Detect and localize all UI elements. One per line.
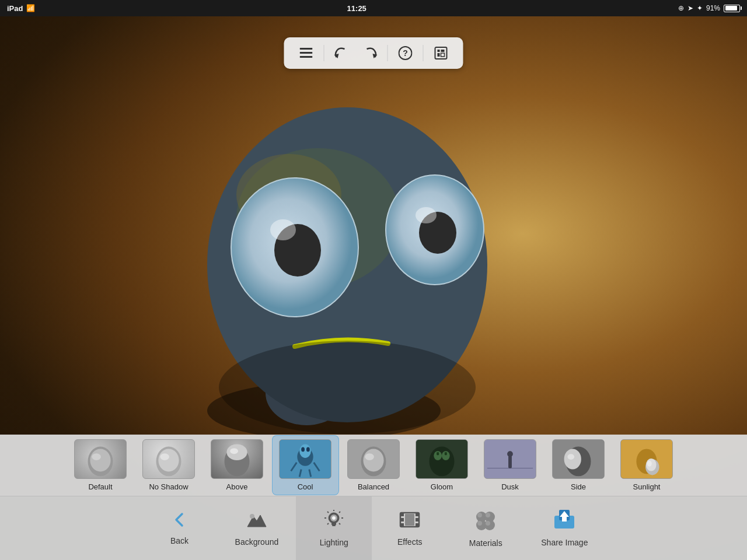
svg-point-38 — [301, 447, 305, 452]
time-display: 11:25 — [347, 4, 366, 13]
lighting-balanced-label: Balanced — [358, 482, 389, 491]
svg-rect-48 — [437, 452, 439, 455]
lighting-sunlight[interactable]: Sunlight — [613, 436, 680, 495]
lighting-gloom-label: Gloom — [431, 482, 453, 491]
lighting-dusk-label: Dusk — [501, 482, 519, 491]
svg-line-75 — [327, 523, 329, 524]
svg-point-91 — [486, 521, 490, 526]
lighting-default-label: Default — [88, 482, 112, 491]
thumb-above — [211, 439, 263, 479]
lighting-sunlight-label: Sunlight — [633, 482, 661, 491]
svg-rect-81 — [416, 518, 419, 522]
help-button[interactable]: ? — [393, 42, 418, 64]
svg-line-72 — [339, 523, 340, 524]
svg-point-62 — [647, 461, 652, 467]
lighting-side-label: Side — [571, 482, 586, 491]
svg-marker-17 — [334, 54, 339, 58]
thumb-noshadow — [142, 439, 195, 479]
svg-rect-68 — [332, 525, 336, 526]
tab-lighting-label: Lighting — [320, 538, 348, 547]
lighting-cool-label: Cool — [298, 482, 313, 491]
tab-back[interactable]: Back — [142, 496, 218, 560]
tab-bar: Back Background — [0, 496, 747, 560]
svg-line-70 — [339, 512, 340, 513]
separator-3 — [423, 45, 424, 61]
arrow-icon: ➤ — [687, 4, 693, 12]
bluetooth-icon: ✦ — [697, 4, 703, 12]
svg-point-63 — [250, 514, 254, 519]
tab-effects[interactable]: Effects — [372, 496, 448, 560]
svg-point-30 — [230, 448, 238, 454]
lighting-dusk[interactable]: Dusk — [477, 436, 544, 495]
svg-rect-79 — [400, 523, 404, 527]
shareimage-icon — [553, 510, 575, 534]
character-svg — [125, 49, 534, 446]
svg-rect-78 — [400, 518, 404, 522]
svg-point-42 — [363, 449, 383, 471]
thumb-dusk — [484, 439, 536, 479]
svg-rect-15 — [300, 52, 313, 54]
lighting-gloom[interactable]: Gloom — [409, 436, 476, 495]
tab-background[interactable]: Background — [218, 496, 296, 560]
lighting-side[interactable]: Side — [545, 436, 612, 495]
svg-rect-67 — [331, 523, 336, 525]
view-button[interactable] — [428, 42, 454, 64]
lighting-above-label: Above — [226, 482, 248, 491]
lighting-noshadow[interactable]: No Shadow — [135, 436, 203, 495]
separator-1 — [324, 45, 324, 61]
battery-indicator — [724, 5, 740, 12]
svg-point-12 — [416, 207, 437, 223]
svg-rect-16 — [300, 56, 313, 58]
thumb-cool — [279, 439, 331, 479]
svg-point-39 — [306, 447, 310, 452]
tab-materials[interactable]: Materials — [448, 496, 523, 560]
tab-lighting[interactable]: Lighting — [296, 496, 372, 560]
toolbar: ? — [284, 37, 463, 69]
lighting-panel: Default No Shadow — [0, 435, 747, 496]
tab-background-label: Background — [235, 537, 279, 547]
lighting-cool[interactable]: Cool — [272, 435, 339, 495]
thumb-default — [74, 439, 127, 479]
status-bar: iPad 📶 11:25 ⊕ ➤ ✦ 91% — [0, 0, 747, 16]
svg-point-23 — [90, 449, 110, 471]
separator-2 — [388, 45, 388, 61]
lighting-above[interactable]: Above — [204, 436, 271, 495]
svg-point-57 — [567, 454, 574, 460]
undo-button[interactable] — [329, 42, 355, 64]
lighting-balanced[interactable]: Balanced — [340, 436, 407, 495]
lighting-icon — [324, 510, 344, 534]
svg-rect-83 — [405, 514, 414, 526]
svg-point-85 — [477, 513, 482, 517]
svg-rect-80 — [416, 513, 419, 516]
svg-point-26 — [158, 449, 179, 471]
tab-materials-label: Materials — [469, 538, 502, 548]
tab-back-label: Back — [170, 536, 189, 545]
svg-rect-77 — [400, 513, 404, 516]
redo-button[interactable] — [357, 42, 383, 64]
thumb-balanced — [347, 439, 400, 479]
svg-point-45 — [429, 446, 454, 476]
svg-rect-52 — [508, 456, 512, 468]
svg-point-27 — [160, 453, 169, 460]
svg-rect-49 — [445, 452, 447, 455]
svg-point-66 — [332, 516, 336, 520]
svg-point-89 — [477, 521, 482, 526]
thumb-gloom — [416, 439, 468, 479]
tab-shareimage[interactable]: Share Image — [523, 496, 605, 560]
back-icon — [172, 511, 188, 533]
lighting-noshadow-label: No Shadow — [149, 482, 188, 491]
lighting-default[interactable]: Default — [67, 436, 134, 495]
thumb-side — [552, 439, 605, 479]
svg-point-24 — [92, 453, 101, 460]
svg-point-53 — [507, 451, 513, 457]
svg-point-43 — [365, 453, 374, 460]
device-label: iPad — [7, 4, 23, 13]
svg-rect-14 — [300, 48, 313, 50]
main-canvas: ? — [0, 16, 747, 560]
svg-marker-18 — [373, 54, 378, 58]
svg-point-90 — [484, 520, 495, 530]
character-area — [29, 51, 630, 443]
thumb-sunlight — [620, 439, 673, 479]
wifi-icon: 📶 — [26, 4, 35, 12]
list-button[interactable] — [294, 42, 319, 64]
